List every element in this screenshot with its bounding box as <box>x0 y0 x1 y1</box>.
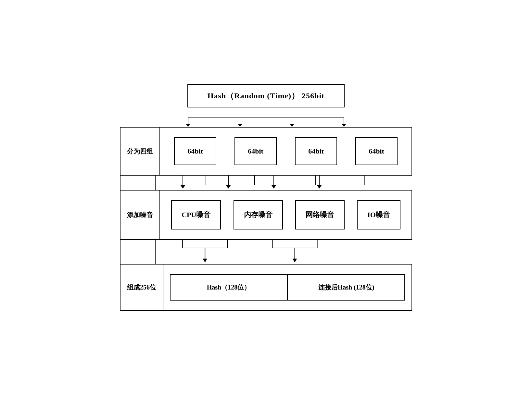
svg-marker-18 <box>317 185 322 189</box>
row1-box3: 64bit <box>295 137 337 165</box>
top-hash-box: Hash（Random (Time)） 256bit <box>187 84 345 107</box>
row1-label: 分为四组 <box>120 128 160 175</box>
row1-box4: 64bit <box>355 137 398 165</box>
top-area: Hash（Random (Time)） 256bit <box>138 84 394 127</box>
row3-content: Hash（128位） 连接后Hash (128位) <box>163 265 412 310</box>
row2-box3: 网络噪音 <box>295 200 345 229</box>
top-hash-label: Hash（Random (Time)） 256bit <box>208 92 324 100</box>
row3-label: 组成256位 <box>120 265 163 310</box>
svg-marker-15 <box>181 185 185 189</box>
row3-box1: Hash（128位） <box>170 274 287 301</box>
row2-box1: CPU噪音 <box>171 200 221 229</box>
top-connector-svg <box>138 107 394 127</box>
svg-marker-31 <box>203 259 207 263</box>
row2-content: CPU噪音 内存噪音 网络噪音 IO噪音 <box>160 191 412 239</box>
merge-arrows <box>120 240 412 264</box>
merge-arrows-svg <box>162 240 406 263</box>
svg-marker-3 <box>186 124 190 127</box>
arrows-1-2-svg <box>162 176 406 189</box>
svg-marker-9 <box>342 124 346 127</box>
arrows-1-2 <box>120 176 412 190</box>
svg-marker-17 <box>272 185 276 189</box>
row2: 添加噪音 CPU噪音 内存噪音 网络噪音 IO噪音 <box>120 190 412 240</box>
diagram: Hash（Random (Time)） 256bit 分为四组 6 <box>120 84 412 311</box>
row2-box4: IO噪音 <box>357 200 400 229</box>
row2-box2: 内存噪音 <box>234 200 283 229</box>
row2-label: 添加噪音 <box>120 191 160 239</box>
row3: 组成256位 Hash（128位） 连接后Hash (128位) <box>120 264 412 311</box>
row1-box1: 64bit <box>174 137 216 165</box>
row1-box2: 64bit <box>234 137 277 165</box>
row3-box2: 连接后Hash (128位) <box>287 274 405 301</box>
svg-marker-32 <box>293 259 297 263</box>
svg-marker-7 <box>290 124 294 127</box>
svg-marker-16 <box>226 185 231 189</box>
svg-marker-5 <box>238 124 242 127</box>
row1: 分为四组 64bit 64bit 64bit 64bit <box>120 127 412 176</box>
row1-content: 64bit 64bit 64bit 64bit <box>160 128 412 175</box>
